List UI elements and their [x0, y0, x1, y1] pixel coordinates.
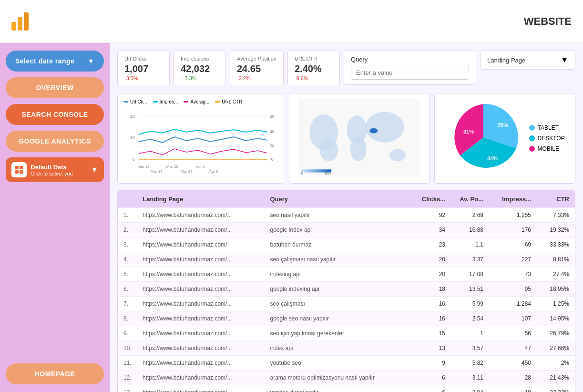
query-filter-box: Query [344, 51, 476, 85]
svg-text:0: 0 [301, 171, 303, 175]
legend-avg-position-dot [184, 101, 188, 103]
svg-text:Mar 12: Mar 12 [138, 165, 150, 169]
row-clicks: 20 [398, 256, 445, 263]
pie-svg: 35% 34% 31% [445, 99, 522, 175]
row-query: youtube seo [270, 360, 398, 366]
url-clicks-card: Url Clicks 1,007 -3.0% [117, 51, 170, 86]
svg-text:34%: 34% [487, 155, 498, 161]
search-console-button[interactable]: SEARCH CONSOLE [6, 104, 104, 125]
svg-text:Mar 22: Mar 22 [166, 165, 178, 169]
legend-url-ctr-dot [215, 101, 220, 103]
row-impressions: 95 [483, 286, 531, 292]
row-num: 9. [123, 330, 143, 337]
svg-text:2K: 2K [130, 114, 135, 119]
tablet-dot [529, 125, 535, 131]
svg-text:35%: 35% [498, 122, 508, 128]
landing-page-box[interactable]: Landing Page ▼ [480, 51, 575, 70]
main-container: Select date range ▼ OVERVIEW SEARCH CONS… [0, 43, 583, 392]
content-area: Url Clicks 1,007 -3.0% Impressions 42,03… [110, 43, 583, 392]
table-row: 9. https://www.batuhandurmaz.com/... seo… [118, 326, 575, 340]
row-query: indexing api [270, 271, 398, 278]
url-ctr-label: URL CTR [295, 56, 333, 62]
row-impressions: 1,255 [483, 212, 531, 218]
row-clicks: 6 [398, 389, 445, 392]
row-av-pos: 3.11 [445, 374, 483, 381]
line-chart-card: Url Cli... Impres... Averag... URL CTR [117, 93, 284, 184]
row-query: seo için yapılması gerekenler [270, 330, 398, 337]
table-row: 6. https://www.batuhandurmaz.com/... goo… [118, 281, 575, 296]
date-range-button[interactable]: Select date range ▼ [6, 51, 104, 72]
svg-point-27 [369, 128, 378, 134]
logo [11, 12, 29, 31]
query-input[interactable] [351, 66, 469, 80]
row-ctr: 27.4% [531, 271, 569, 278]
svg-rect-0 [15, 166, 19, 169]
row-av-pos: 5.82 [445, 360, 483, 366]
table-body: 1. https://www.batuhandurmaz.com/... seo… [118, 207, 575, 392]
google-analytics-button[interactable]: GOOGLE ANALYTICS [6, 131, 104, 152]
row-ctr: 19.32% [531, 227, 569, 233]
pie-legend-tablet: TABLET [529, 124, 565, 131]
url-ctr-change: -9.6% [295, 75, 333, 81]
row-ctr: 7.33% [531, 212, 569, 218]
row-impressions: 73 [483, 271, 531, 278]
legend-impressions: Impres... [153, 99, 178, 104]
table-row: 4. https://www.batuhandurmaz.com/... seo… [118, 252, 575, 267]
table-row: 11. https://www.batuhandurmaz.com/... yo… [118, 355, 575, 370]
row-av-pos: 3.57 [445, 345, 483, 351]
row-ctr: 1.25% [531, 300, 569, 307]
data-selector-subtitle: Click to select you [31, 171, 87, 176]
table-row: 7. https://www.batuhandurmaz.com/... seo… [118, 296, 575, 311]
row-num: 3. [123, 241, 143, 248]
data-selector-chevron: ▼ [91, 165, 98, 174]
table-row: 3. https://www.batuhandurmaz.com/ batuha… [118, 237, 575, 252]
row-clicks: 34 [398, 227, 445, 233]
line-chart-legend: Url Cli... Impres... Averag... URL CTR [123, 99, 278, 104]
data-table: Landing Page Query Clicks... Av. Po... I… [117, 190, 575, 392]
overview-button[interactable]: OVERVIEW [6, 77, 104, 98]
row-url: https://www.batuhandurmaz.com/... [143, 389, 270, 392]
svg-rect-2 [15, 170, 19, 174]
top-bar: WEBSITE [0, 0, 583, 43]
homepage-button[interactable]: HOMEPAGE [6, 363, 104, 384]
pie-chart-card: 35% 34% 31% TABLET DESKTOP [434, 93, 575, 184]
row-num: 8. [123, 315, 143, 322]
row-ctr: 27.66% [531, 345, 569, 351]
pie-legend: TABLET DESKTOP MOBILE [529, 124, 565, 152]
query-filter-label: Query [351, 56, 469, 63]
row-url: https://www.batuhandurmaz.com/... [143, 300, 270, 307]
row-clicks: 6 [398, 374, 445, 381]
row-num: 12. [123, 374, 143, 381]
col-header-query: Query [270, 196, 398, 203]
row-url: https://www.batuhandurmaz.com/... [143, 286, 270, 292]
impressions-label: Impressions [181, 56, 219, 62]
row-url: https://www.batuhandurmaz.com/... [143, 315, 270, 322]
col-header-impressions: Impress... [483, 196, 531, 203]
row-ctr: 21.43% [531, 374, 569, 381]
landing-page-chevron-icon: ▼ [561, 56, 568, 64]
row-impressions: 56 [483, 330, 531, 337]
row-url: https://www.batuhandurmaz.com/ [143, 241, 270, 248]
desktop-dot [529, 135, 535, 141]
table-row: 10. https://www.batuhandurmaz.com/... in… [118, 340, 575, 355]
row-av-pos: 2.94 [445, 389, 483, 392]
row-query: seo çalışması nasıl yapılır [270, 256, 398, 263]
metrics-row: Url Clicks 1,007 -3.0% Impressions 42,03… [117, 51, 575, 86]
row-url: https://www.batuhandurmaz.com/... [143, 345, 270, 351]
url-ctr-value: 2.40% [295, 63, 333, 74]
row-clicks: 23 [398, 241, 445, 248]
logo-bar-1 [11, 22, 16, 31]
svg-rect-3 [20, 170, 23, 174]
row-av-pos: 5.99 [445, 300, 483, 307]
svg-text:Apr 1: Apr 1 [196, 165, 205, 169]
table-row: 12. https://www.batuhandurmaz.com/... ar… [118, 370, 575, 385]
svg-point-26 [365, 112, 404, 143]
row-ctr: 33.33% [531, 389, 569, 392]
sidebar: Select date range ▼ OVERVIEW SEARCH CONS… [0, 43, 110, 392]
avg-position-change: -2.2% [237, 75, 276, 81]
data-selector[interactable]: Default Data Click to select you ▼ [6, 157, 104, 182]
row-impressions: 1,284 [483, 300, 531, 307]
svg-point-25 [350, 137, 366, 161]
url-clicks-value: 1,007 [124, 63, 163, 74]
row-query: arama motoru optimizasyonu nasıl yapılır [270, 374, 398, 381]
